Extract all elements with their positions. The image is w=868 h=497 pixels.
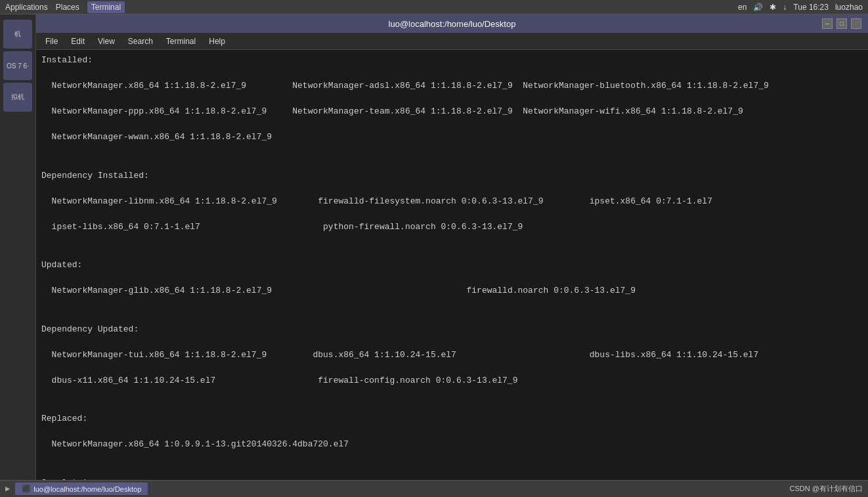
replaced-header: Replaced: <box>41 412 863 425</box>
system-bar: Applications Places Terminal en 🔊 ✱ ↓ Tu… <box>0 0 868 14</box>
taskbar-arrow[interactable]: ▶ <box>5 484 10 494</box>
dupd1: NetworkManager-tui.x86_64 1:1.18.8-2.el7… <box>41 349 863 362</box>
sidebar-label-1: 机 <box>14 30 21 39</box>
sidebar-icon-1[interactable]: 机 <box>3 20 32 49</box>
window-controls: — □ <box>822 18 861 29</box>
dupd2: dbus-x11.x86_64 1:1.10.24-15.el7 firewal… <box>41 374 863 387</box>
terminal-title: luo@localhost:/home/luo/Desktop <box>82 19 822 29</box>
username-display: luozhao <box>835 3 863 12</box>
dep2: ipset-libs.x86_64 0:7.1-1.el7 python-fir… <box>41 221 863 234</box>
apps-menu[interactable]: Applications <box>5 3 48 12</box>
places-menu[interactable]: Places <box>56 3 79 12</box>
close-button[interactable] <box>851 18 861 29</box>
menu-view[interactable]: View <box>93 35 120 47</box>
sidebar-label-3: 拟机 <box>11 93 24 102</box>
sidebar-label-2: OS 7 6· <box>7 62 29 70</box>
menu-edit[interactable]: Edit <box>66 35 90 47</box>
taskbar-app-label: luo@localhost:/home/luo/Desktop <box>33 485 141 493</box>
dep-installed-header: Dependency Installed: <box>41 169 863 183</box>
terminal-menu[interactable]: Terminal <box>87 1 125 13</box>
taskbar-app[interactable]: ⬛ luo@localhost:/home/luo/Desktop <box>15 483 148 495</box>
network-icon: ↓ <box>783 3 787 12</box>
menu-help[interactable]: Help <box>204 35 230 47</box>
menu-search[interactable]: Search <box>123 35 158 47</box>
menu-terminal[interactable]: Terminal <box>161 35 201 47</box>
menu-file[interactable]: File <box>40 35 63 47</box>
rep1: NetworkManager.x86_64 1:0.9.9.1-13.git20… <box>41 438 863 451</box>
left-sidebar: 机 OS 7 6· 拟机 <box>0 14 36 480</box>
terminal-content[interactable]: Installed: NetworkManager.x86_64 1:1.18.… <box>36 50 868 480</box>
sidebar-icon-3[interactable]: 拟机 <box>3 83 32 112</box>
updated-header: Updated: <box>41 259 863 272</box>
system-bar-right: en 🔊 ✱ ↓ Tue 16:23 luozhao <box>738 3 863 12</box>
terminal-window: luo@localhost:/home/luo/Desktop — □ File… <box>36 14 868 480</box>
nm-line2: NetworkManager-ppp.x86_64 1:1.18.8-2.el7… <box>41 105 863 118</box>
nm-line3: NetworkManager-wwan.x86_64 1:1.18.8-2.el… <box>41 131 863 144</box>
nm-line1: NetworkManager.x86_64 1:1.18.8-2.el7_9 N… <box>41 79 863 93</box>
dep1: NetworkManager-libnm.x86_64 1:1.18.8-2.e… <box>41 195 863 208</box>
maximize-button[interactable]: □ <box>836 18 847 29</box>
terminal-titlebar: luo@localhost:/home/luo/Desktop — □ <box>36 14 868 33</box>
taskbar: ▶ ⬛ luo@localhost:/home/luo/Desktop CSDN… <box>0 480 868 497</box>
terminal-menubar: File Edit View Search Terminal Help <box>36 33 868 50</box>
lang-indicator: en <box>738 3 747 12</box>
dep-updated-header: Dependency Updated: <box>41 323 863 336</box>
installed-header: Installed: <box>41 54 863 67</box>
system-bar-left: Applications Places Terminal <box>5 1 125 13</box>
sidebar-icon-2[interactable]: OS 7 6· <box>3 51 32 80</box>
bluetooth-icon: ✱ <box>770 3 776 12</box>
taskbar-terminal-icon: ⬛ <box>22 485 31 493</box>
minimize-button[interactable]: — <box>822 18 833 29</box>
upd1: NetworkManager-glib.x86_64 1:1.18.8-2.el… <box>41 284 863 297</box>
taskbar-right: CSDN @有计划有信口 <box>790 484 863 494</box>
clock: Tue 16:23 <box>793 3 829 12</box>
volume-icon: 🔊 <box>753 3 763 12</box>
